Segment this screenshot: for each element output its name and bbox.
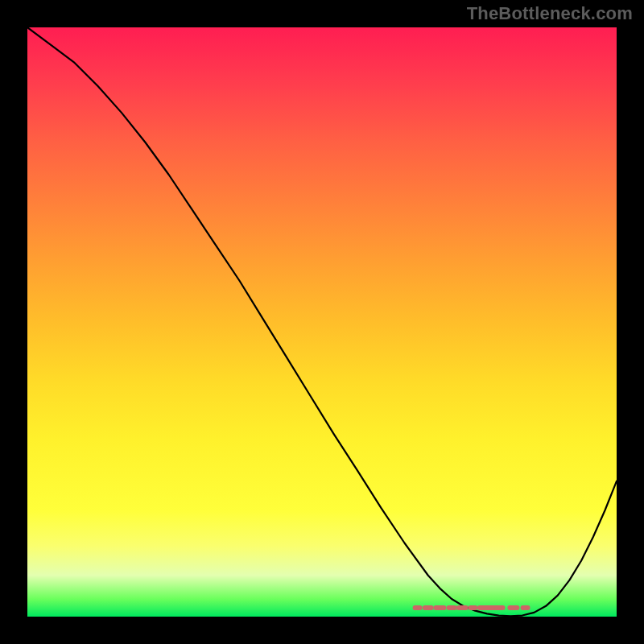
floor-dash	[521, 605, 530, 610]
floor-dash	[413, 605, 423, 610]
floor-dash	[507, 605, 519, 610]
floor-dash	[433, 605, 446, 610]
bottleneck-curve	[27, 27, 617, 616]
floor-dash	[495, 605, 506, 610]
watermark-text: TheBottleneck.com	[467, 3, 633, 24]
floor-dash	[456, 605, 469, 610]
curve-layer	[27, 27, 617, 617]
floor-dash	[423, 605, 434, 610]
floor-dash-group	[413, 605, 530, 610]
chart-frame: { "watermark": "TheBottleneck.com", "col…	[0, 0, 644, 644]
floor-dash	[468, 605, 477, 610]
plot-area	[27, 27, 617, 617]
floor-dash	[447, 605, 457, 610]
